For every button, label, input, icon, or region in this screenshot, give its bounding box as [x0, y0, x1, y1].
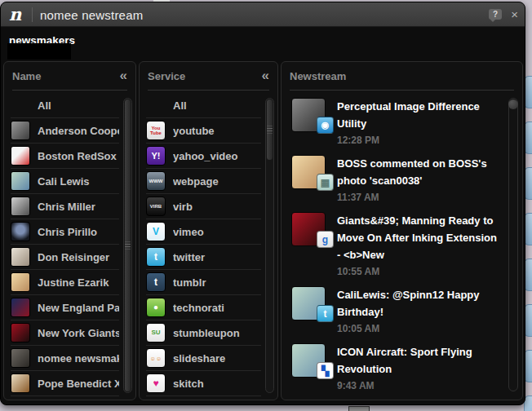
service-row[interactable]: ●technorati	[146, 295, 261, 320]
avatar: g	[291, 212, 327, 248]
collapse-left-icon[interactable]: «	[120, 70, 127, 82]
twitter-icon: t	[146, 247, 166, 267]
newstream-item[interactable]: CaliLewis: @eliekhoury Are we	[291, 394, 501, 399]
avatar	[11, 272, 30, 292]
name-row[interactable]: Don Reisinger	[11, 245, 119, 270]
name-panel: Name « All Anderson Cooper Boston RedSox…	[3, 61, 136, 400]
virb-icon: VIRB	[146, 197, 166, 216]
newstream-item-time: 11:37 AM	[337, 189, 501, 206]
badge-icon: ◉	[317, 117, 334, 134]
avatar: ◉	[291, 98, 327, 134]
badge-icon: ▦	[317, 174, 334, 191]
service-row[interactable]: SUstumbleupon	[146, 320, 261, 346]
avatar	[11, 323, 30, 342]
service-row[interactable]: Y!yahoo_video	[146, 144, 261, 169]
name-row[interactable]: Justine Ezarik	[11, 270, 119, 295]
close-icon[interactable]: ×	[511, 7, 518, 21]
name-row[interactable]: Chris Pirillo	[11, 219, 119, 245]
avatar: t	[291, 286, 327, 322]
service-list: All You Tubeyoutube Y!yahoo_video WWWweb…	[140, 91, 277, 399]
newstream-item-title: Perceptual Image Difference Utility	[337, 98, 501, 132]
nomee-logo-icon: n	[9, 4, 21, 24]
name-row[interactable]: Anderson Cooper	[11, 118, 119, 144]
slideshare-icon: ☺☺	[146, 348, 166, 368]
service-panel: Service « All You Tubeyoutube Y!yahoo_vi…	[139, 61, 278, 400]
service-scrollbar-track[interactable]	[265, 98, 274, 393]
service-row[interactable]: ♥skitch	[146, 371, 261, 396]
newstream-item-title: ICON Aircraft: Sport Flying Revolution	[337, 343, 501, 378]
yahoo-video-icon: Y!	[146, 146, 166, 166]
newstream-item[interactable]: g Giants&#39; Manning Ready to Move On A…	[291, 206, 501, 280]
technorati-icon: ●	[146, 298, 166, 317]
newstream-list: ◉ Perceptual Image Difference Utility 12…	[282, 91, 522, 399]
service-row-all[interactable]: All	[146, 93, 261, 118]
avatar	[11, 247, 30, 267]
app-window: n nomee newstream ? × newsmakers Name « …	[0, 2, 525, 405]
name-row-all[interactable]: All	[11, 93, 119, 118]
service-row[interactable]: You Tubeyoutube	[146, 118, 261, 144]
avatar	[11, 373, 30, 393]
newstream-item[interactable]: ◉ Perceptual Image Difference Utility 12…	[291, 91, 501, 148]
titlebar-divider	[32, 7, 33, 22]
avatar	[11, 121, 30, 140]
newstream-scrollbar-thumb[interactable]	[508, 99, 518, 109]
webpage-icon: WWW	[146, 171, 166, 191]
titlebar[interactable]: n nomee newstream ? ×	[1, 2, 525, 27]
badge-icon: t	[317, 305, 334, 322]
collapse-left-icon[interactable]: «	[262, 70, 269, 82]
name-row[interactable]: nomee newsmakers	[11, 346, 119, 371]
service-row[interactable]: ☺☺slideshare	[146, 346, 261, 371]
tab-bar: newsmakers	[1, 27, 525, 63]
newstream-item-title: CaliLewis: @Spinn12 Happy Birthday!	[337, 286, 501, 320]
name-row[interactable]: Chris Miller	[11, 194, 119, 219]
name-row[interactable]: Pope Benedict XVI	[11, 371, 119, 396]
newstream-scrollbar-track[interactable]	[508, 98, 518, 391]
service-scrollbar-thumb[interactable]	[267, 99, 273, 160]
newstream-item-time: 9:43 AM	[337, 378, 501, 394]
newstream-item[interactable]: ▚ ICON Aircraft: Sport Flying Revolution…	[291, 337, 501, 394]
name-row[interactable]: Cali Lewis	[11, 169, 119, 194]
name-row[interactable]: Boston RedSox	[11, 144, 119, 169]
newstream-panel: Newstream ◉ Perceptual Image Difference …	[281, 61, 523, 400]
avatar	[11, 197, 30, 216]
newstream-item-title: Giants&#39; Manning Ready to Move On Aft…	[337, 212, 501, 263]
service-column-header: Service	[148, 70, 185, 82]
avatar	[11, 222, 30, 241]
window-title: nomee newstream	[40, 8, 143, 22]
avatar	[11, 348, 30, 368]
vimeo-icon: V	[146, 222, 166, 241]
tumblr-icon: t	[146, 272, 166, 292]
avatar	[11, 146, 30, 166]
newstream-column-header: Newstream	[290, 70, 346, 82]
name-column-header: Name	[12, 70, 41, 82]
name-row[interactable]: New York Giants	[11, 320, 119, 346]
service-row[interactable]: VIRBvirb	[146, 194, 261, 219]
name-scrollbar-thumb[interactable]	[125, 99, 131, 391]
youtube-icon: You Tube	[146, 121, 166, 140]
name-list: All Anderson Cooper Boston RedSox Cali L…	[4, 91, 135, 399]
newstream-item-time: 10:05 AM	[337, 320, 501, 337]
avatar	[11, 171, 30, 191]
name-scrollbar-track[interactable]	[123, 98, 132, 393]
newstream-item-time: 10:55 AM	[337, 263, 501, 280]
skitch-icon: ♥	[146, 373, 166, 393]
newstream-item-time: 12:28 PM	[337, 132, 501, 148]
help-icon[interactable]: ?	[489, 9, 502, 20]
service-row[interactable]: Vvimeo	[146, 219, 261, 245]
desktop-icon-partial	[348, 406, 370, 411]
stumbleupon-icon: SU	[146, 323, 166, 342]
avatar: ▦	[291, 155, 327, 191]
badge-icon: g	[317, 231, 334, 248]
service-row[interactable]: WWWwebpage	[146, 169, 261, 194]
service-row[interactable]: ttumblr	[146, 270, 261, 295]
avatar	[11, 298, 30, 317]
newstream-item[interactable]: t CaliLewis: @Spinn12 Happy Birthday! 10…	[291, 280, 501, 337]
newstream-item[interactable]: ▦ BOSS commented on BOSS's photo 'scan00…	[291, 148, 501, 206]
avatar: ▚	[291, 343, 327, 379]
service-row[interactable]: ttwitter	[146, 245, 261, 270]
name-row[interactable]: New England Patriots	[11, 295, 119, 320]
badge-icon: ▚	[317, 362, 334, 379]
tab-newsmakers[interactable]	[7, 43, 71, 60]
newstream-item-title: BOSS commented on BOSS's photo 'scan0038…	[337, 155, 501, 189]
